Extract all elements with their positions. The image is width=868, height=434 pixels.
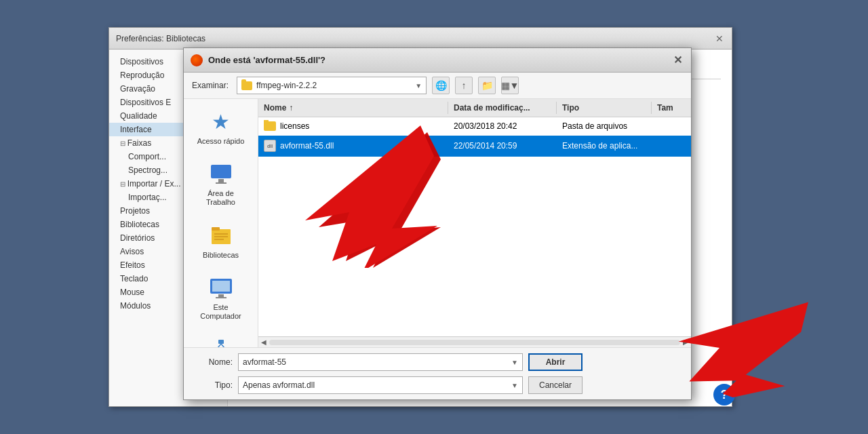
shortcut-acesso-rapido[interactable]: ★ Acesso rápido	[191, 107, 252, 149]
file-size-licenses	[652, 125, 691, 127]
shortcut-bibliotecas[interactable]: Bibliotecas	[191, 221, 252, 262]
scroll-left-arrow[interactable]: ◀	[261, 338, 267, 346]
svg-rect-12	[218, 340, 224, 344]
col-header-date[interactable]: Data de modificaç...	[448, 102, 557, 114]
type-label: Tipo:	[192, 380, 233, 390]
cancel-button[interactable]: Cancelar	[528, 376, 583, 394]
network-icon	[209, 337, 233, 347]
name-value: avformat-55	[243, 357, 286, 367]
col-header-nome[interactable]: Nome ↑	[258, 102, 448, 114]
app-icon	[191, 54, 203, 66]
open-button[interactable]: Abrir	[528, 353, 583, 371]
svg-rect-10	[218, 294, 224, 297]
file-size-avformat	[652, 144, 691, 147]
file-name-licenses: licenses	[258, 120, 448, 132]
location-combo[interactable]: ffmpeg-win-2.2.2 ▼	[237, 77, 427, 94]
shortcut-desktop-label: Área de Trabalho	[196, 189, 246, 207]
library-icon	[209, 224, 233, 248]
type-arrow: ▼	[511, 382, 518, 389]
shortcut-bibliotecas-label: Bibliotecas	[203, 251, 239, 260]
svg-rect-2	[216, 182, 226, 184]
horizontal-scrollbar[interactable]: ◀ ▶	[258, 336, 691, 347]
computer-icon	[209, 276, 233, 300]
dialog-footer: Nome: avformat-55 ▼ Abrir Tipo: Apenas a…	[184, 347, 691, 399]
folder-icon	[264, 121, 276, 131]
location-arrow: ▼	[415, 82, 422, 90]
file-date-licenses: 20/03/2018 20:42	[448, 120, 557, 132]
dialog-close-button[interactable]: ✕	[671, 54, 684, 67]
svg-rect-7	[214, 239, 224, 240]
table-row[interactable]: licenses 20/03/2018 20:42 Pasta de arqui…	[258, 117, 691, 136]
location-text: ffmpeg-win-2.2.2	[256, 81, 411, 90]
file-date-avformat: 22/05/2014 20:59	[448, 140, 557, 152]
new-folder-button[interactable]: 📁	[478, 77, 496, 94]
dialog-title-text: Onde está 'avformat-55.dll'?	[208, 55, 326, 65]
svg-rect-11	[216, 297, 226, 298]
footer-btn-group: Abrir	[528, 353, 583, 371]
shortcut-desktop[interactable]: Área de Trabalho	[191, 159, 252, 210]
col-header-tipo[interactable]: Tipo	[557, 102, 652, 114]
file-open-dialog: Onde está 'avformat-55.dll'? ✕ Examinar:…	[183, 47, 692, 400]
dialog-filelist: Nome ↑ Data de modificaç... Tipo Tam lic…	[258, 99, 691, 347]
shortcut-acesso-rapido-label: Acesso rápido	[197, 137, 245, 146]
dialog-title-left: Onde está 'avformat-55.dll'?	[191, 54, 326, 66]
location-folder-icon	[241, 81, 252, 90]
svg-rect-0	[211, 165, 231, 178]
filelist-header: Nome ↑ Data de modificaç... Tipo Tam	[258, 99, 691, 117]
bg-title: Preferências: Bibliotecas	[116, 34, 205, 43]
type-value: Apenas avformat.dll	[243, 380, 315, 390]
filelist-scroll: licenses 20/03/2018 20:42 Pasta de arqui…	[258, 117, 691, 336]
star-icon: ★	[209, 110, 233, 134]
svg-rect-6	[214, 236, 228, 237]
back-button[interactable]: 🌐	[432, 77, 450, 94]
scroll-track	[269, 340, 680, 345]
examinar-label: Examinar:	[192, 81, 229, 90]
dialog-toolbar: Examinar: ffmpeg-win-2.2.2 ▼ 🌐 ↑ 📁 ▦▼	[184, 73, 691, 99]
name-arrow: ▼	[511, 359, 518, 366]
dialog-sidebar: ★ Acesso rápido Área de Trabalho	[184, 99, 258, 347]
svg-rect-1	[218, 179, 224, 182]
svg-rect-5	[214, 233, 228, 235]
dialog-titlebar: Onde está 'avformat-55.dll'? ✕	[184, 48, 691, 73]
view-button[interactable]: ▦▼	[501, 77, 519, 94]
up-button[interactable]: ↑	[455, 77, 473, 94]
shortcut-rede[interactable]: Rede	[191, 334, 252, 347]
dialog-body: ★ Acesso rápido Área de Trabalho	[184, 99, 691, 347]
dll-icon: dll	[264, 140, 276, 152]
svg-rect-4	[212, 227, 220, 231]
footer-name-row: Nome: avformat-55 ▼ Abrir	[192, 353, 683, 371]
cancel-btn-group: Cancelar	[528, 376, 583, 394]
shortcut-computador-label: Este Computador	[196, 303, 246, 321]
help-button[interactable]: ?	[713, 384, 735, 406]
svg-rect-9	[212, 281, 230, 292]
scroll-right-arrow[interactable]: ▶	[683, 338, 688, 346]
table-row[interactable]: dll avformat-55.dll 22/05/2014 20:59 Ext…	[258, 136, 691, 157]
type-combo[interactable]: Apenas avformat.dll ▼	[238, 376, 523, 394]
name-label: Nome:	[192, 357, 233, 367]
file-type-licenses: Pasta de arquivos	[557, 120, 652, 132]
col-header-tam[interactable]: Tam	[652, 102, 691, 114]
footer-type-row: Tipo: Apenas avformat.dll ▼ Cancelar	[192, 376, 683, 394]
bg-close-button[interactable]: ✕	[714, 33, 725, 44]
file-type-avformat: Extensão de aplica...	[557, 140, 652, 152]
shortcut-computador[interactable]: Este Computador	[191, 273, 252, 323]
desktop-icon	[209, 162, 233, 186]
name-combo[interactable]: avformat-55 ▼	[238, 353, 523, 371]
bg-titlebar: Preferências: Bibliotecas ✕	[109, 28, 732, 50]
file-name-avformat: dll avformat-55.dll	[258, 138, 448, 153]
